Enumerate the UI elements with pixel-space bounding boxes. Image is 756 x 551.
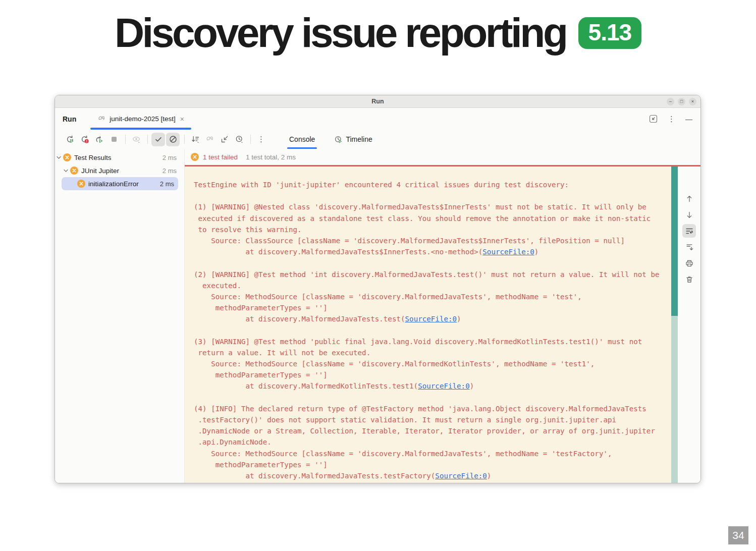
console-line: Source: MethodSource [className = 'disco… bbox=[194, 448, 670, 459]
failed-count-text: 1 test failed bbox=[203, 153, 238, 161]
tool-window-header-actions: ⋮ — bbox=[649, 115, 692, 124]
tree-item-label: initializationError bbox=[88, 180, 139, 188]
console-zone: TestEngine with ID 'junit-jupiter' encou… bbox=[185, 167, 700, 483]
console-line: executed. bbox=[194, 280, 670, 291]
arrow-down-icon bbox=[685, 210, 694, 219]
slide: Discovery issue reporting 5.13 Run – □ ×… bbox=[0, 0, 756, 551]
console-line: (2) [WARNING] @Test method 'int discover… bbox=[194, 269, 670, 280]
trash-icon bbox=[685, 275, 694, 284]
clock-icon bbox=[235, 135, 244, 144]
circle-slash-icon bbox=[169, 135, 178, 144]
console-line: methodParameterTypes = ''] bbox=[194, 369, 670, 380]
source-file-link[interactable]: SourceFile:0 bbox=[418, 382, 470, 390]
close-button[interactable]: × bbox=[689, 98, 696, 105]
soft-wrap-button[interactable] bbox=[682, 224, 696, 238]
toolbar-separator bbox=[147, 135, 148, 144]
kebab-icon: ⋮ bbox=[257, 135, 265, 144]
clear-all-button[interactable] bbox=[682, 272, 696, 286]
stop-icon bbox=[110, 135, 119, 144]
console-line: TestEngine with ID 'junit-jupiter' encou… bbox=[194, 179, 670, 190]
scroll-down-button[interactable] bbox=[682, 208, 696, 222]
toolbar-more-button[interactable]: ⋮ bbox=[254, 133, 268, 146]
more-options-icon[interactable]: ⋮ bbox=[668, 115, 675, 124]
arrow-up-icon bbox=[685, 194, 694, 203]
version-badge: 5.13 bbox=[578, 17, 642, 49]
hide-tool-window-icon[interactable]: — bbox=[685, 115, 692, 123]
console-scrollbar[interactable] bbox=[671, 167, 678, 483]
printer-icon bbox=[685, 259, 694, 268]
sort-icon bbox=[191, 135, 200, 144]
console-line bbox=[194, 324, 670, 336]
test-error-icon bbox=[70, 167, 78, 175]
import-test-results-button[interactable] bbox=[218, 133, 231, 146]
rerun-button[interactable] bbox=[63, 133, 77, 146]
test-status-bar: 1 test failed 1 test total, 2 ms bbox=[185, 149, 700, 165]
tree-item-time: 2 ms bbox=[160, 180, 184, 188]
console-line: .testFactory()' does not support static … bbox=[194, 414, 670, 425]
run-configuration-tab[interactable]: junit-demo-2025 [test] × bbox=[90, 108, 191, 130]
print-button[interactable] bbox=[682, 256, 696, 270]
source-file-link[interactable]: SourceFile:0 bbox=[405, 315, 457, 323]
timeline-tab-label: Timeline bbox=[346, 135, 372, 143]
soft-wrap-icon bbox=[685, 227, 694, 236]
tab-timeline[interactable]: Timeline bbox=[330, 130, 376, 149]
test-history-button[interactable] bbox=[232, 133, 246, 146]
console-actions-rail bbox=[678, 167, 700, 483]
scrollbar-thumb[interactable] bbox=[671, 167, 678, 316]
scroll-up-button[interactable] bbox=[682, 192, 696, 205]
minimize-icon: – bbox=[669, 99, 672, 104]
minimize-button[interactable]: – bbox=[667, 98, 674, 105]
console-line: methodParameterTypes = ''] bbox=[194, 459, 670, 470]
tree-row-junit-jupiter[interactable]: JUnit Jupiter 2 ms bbox=[55, 164, 184, 177]
console-line: at discovery.MalformedJavaTests.test(Sou… bbox=[194, 313, 670, 324]
failed-status-icon bbox=[191, 153, 199, 161]
dock-window-icon[interactable] bbox=[649, 115, 658, 123]
show-ignored-button[interactable] bbox=[166, 133, 180, 146]
console-output: TestEngine with ID 'junit-jupiter' encou… bbox=[185, 167, 678, 483]
tree-row-initialization-error[interactable]: initializationError 2 ms bbox=[55, 177, 184, 190]
eye-icon bbox=[132, 135, 141, 144]
window-controls: – □ × bbox=[667, 98, 700, 105]
rerun-failed-tests-button[interactable] bbox=[78, 133, 91, 146]
scroll-to-end-button[interactable] bbox=[682, 240, 696, 254]
close-icon: × bbox=[691, 99, 694, 104]
show-gradle-output-button[interactable] bbox=[203, 133, 217, 146]
source-file-link[interactable]: SourceFile:0 bbox=[482, 248, 534, 256]
tool-window-header: Run junit-demo-2025 [test] × ⋮ — bbox=[55, 108, 700, 130]
stop-button[interactable] bbox=[107, 133, 121, 146]
maximize-button[interactable]: □ bbox=[678, 98, 685, 105]
tab-close-icon[interactable]: × bbox=[179, 115, 185, 123]
console-line bbox=[194, 392, 670, 403]
tree-item-time: 2 ms bbox=[163, 154, 184, 161]
check-icon bbox=[154, 135, 163, 144]
tree-row-test-results[interactable]: Test Results 2 ms bbox=[55, 151, 184, 164]
rerun-automatically-button[interactable] bbox=[92, 133, 106, 146]
test-error-icon bbox=[63, 153, 71, 161]
source-file-link[interactable]: SourceFile:0 bbox=[435, 472, 487, 480]
run-content: Test Results 2 ms JUnit Jupiter 2 ms ini… bbox=[55, 149, 700, 483]
console-line: return a value. It will not be executed. bbox=[194, 347, 670, 358]
view-tabs: Console Timeline bbox=[285, 130, 376, 149]
console-line: to resolve this warning. bbox=[194, 224, 670, 235]
console-line: executed if discovered as a standalone t… bbox=[194, 213, 670, 224]
show-passed-button[interactable] bbox=[151, 133, 165, 146]
page-number: 34 bbox=[728, 526, 748, 544]
chevron-down-icon[interactable] bbox=[62, 168, 69, 174]
tool-window-label: Run bbox=[63, 115, 76, 123]
console-line: (3) [WARNING] @Test method 'public final… bbox=[194, 336, 670, 347]
tree-item-label: JUnit Jupiter bbox=[81, 167, 119, 175]
toolbar-separator bbox=[250, 135, 251, 144]
run-tab-label: junit-demo-2025 [test] bbox=[110, 115, 176, 123]
tree-item-label: Test Results bbox=[74, 154, 112, 161]
console-line: .api.DynamicNode. bbox=[194, 436, 670, 448]
rerun-automatically-icon bbox=[95, 135, 104, 144]
chevron-down-icon[interactable] bbox=[55, 155, 62, 160]
toolbar-separator bbox=[184, 135, 185, 144]
tab-console[interactable]: Console bbox=[285, 130, 319, 149]
watch-options-button[interactable] bbox=[129, 133, 143, 146]
console-line: Source: ClassSource [className = 'discov… bbox=[194, 235, 670, 246]
sort-alphabetically-button[interactable] bbox=[188, 133, 202, 146]
test-runner-toolbar: ⋮ Console Timeline bbox=[55, 130, 700, 149]
gradle-icon bbox=[97, 115, 106, 123]
rerun-icon bbox=[66, 135, 75, 144]
